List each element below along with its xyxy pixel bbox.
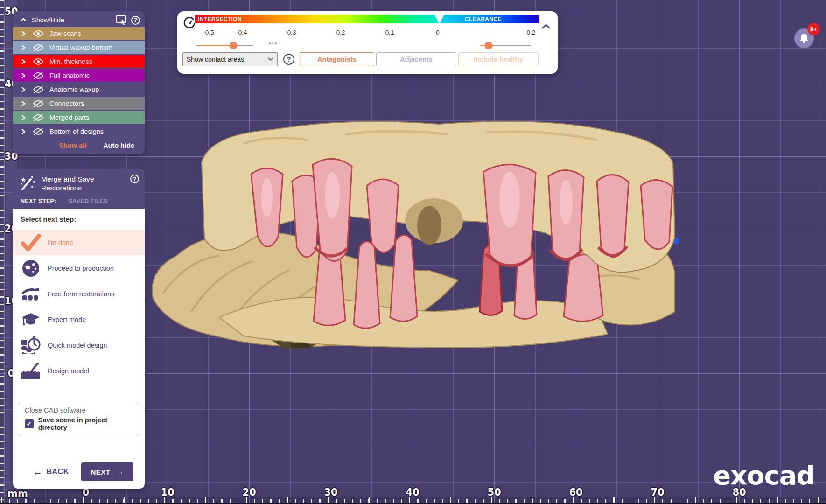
dental-model-3d-view[interactable] xyxy=(149,116,681,349)
option-expert-mode[interactable]: Expert mode xyxy=(21,307,137,332)
expand-chevron-icon[interactable] xyxy=(21,100,26,107)
expand-chevron-icon[interactable] xyxy=(21,30,26,37)
expand-chevron-icon[interactable] xyxy=(21,114,26,121)
collapse-panel-chevron-up-icon[interactable] xyxy=(21,17,26,23)
layer-row-anatomic-waxup[interactable]: Anatomic waxup xyxy=(13,83,145,96)
layer-label: Min. thickness xyxy=(49,58,92,65)
layer-label: Anatomic waxup xyxy=(49,86,99,93)
visibility-eye-icon[interactable] xyxy=(33,58,44,65)
expand-chevron-icon[interactable] xyxy=(21,58,26,65)
left-ruler-ticks xyxy=(0,0,4,504)
ruler-label: 40 xyxy=(406,487,419,498)
save-scene-label: Save scene in project directory xyxy=(38,416,132,431)
arrow-right-icon: → xyxy=(115,467,125,477)
layer-label: Jaw scans xyxy=(49,30,81,37)
wizard-help-icon[interactable]: ? xyxy=(130,175,139,183)
layer-row-min-thickness[interactable]: Min. thickness xyxy=(13,55,145,68)
option-im-done[interactable]: I'm done xyxy=(13,230,145,255)
gradient-tick: -0.3 xyxy=(285,29,296,36)
ruler-unit-label: mm xyxy=(7,488,28,499)
layer-row-connectors[interactable]: Connectors xyxy=(13,97,145,110)
ruler-label: 50 xyxy=(487,487,501,498)
free-form-tool-icon xyxy=(21,284,41,304)
show-all-button[interactable]: Show all xyxy=(59,142,86,149)
intersection-range-slider[interactable] xyxy=(196,42,253,49)
visibility-eye-icon[interactable] xyxy=(33,30,44,37)
include-healthy-button[interactable]: Include healthy xyxy=(458,52,539,66)
upper-tooth xyxy=(641,180,672,249)
layer-row-merged-parts[interactable]: Merged parts xyxy=(13,111,145,124)
production-icon xyxy=(21,258,41,279)
visibility-eye-off-icon[interactable] xyxy=(33,86,44,93)
close-cad-software-box: Close CAD software ✓ Save scene in proje… xyxy=(18,402,139,436)
show-hide-title: Show/Hide xyxy=(32,16,115,24)
option-quick-model-design[interactable]: Quick model design xyxy=(21,332,137,358)
option-free-form-restorations[interactable]: Free-form restorations xyxy=(21,281,137,307)
upper-tooth xyxy=(367,179,399,252)
dropdown-value: Show contact areas xyxy=(187,56,268,63)
clearance-range-slider[interactable] xyxy=(480,42,531,49)
tab-saved-files[interactable]: SAVED FILES xyxy=(69,198,108,204)
ruler-label: 70 xyxy=(651,487,664,498)
auto-hide-button[interactable]: Auto hide xyxy=(103,142,134,149)
ruler-label: 30 xyxy=(324,487,337,498)
viewport-grid-background: 50 40 30 20 10 0 0 10 20 30 40 50 60 70 … xyxy=(0,0,826,504)
touch-display-icon[interactable] xyxy=(115,15,127,25)
show-hide-panel: Show/Hide ? Jaw scans Virtual waxup bott… xyxy=(13,11,145,154)
layer-row-virtual-waxup-bottom[interactable]: Virtual waxup bottom xyxy=(13,41,145,54)
expand-chevron-icon[interactable] xyxy=(21,128,26,135)
contact-areas-dropdown[interactable]: Show contact areas xyxy=(182,52,278,66)
merge-save-wizard-panel: Merge and Save Restorations ? NEXT STEP:… xyxy=(13,169,145,489)
contact-help-icon[interactable]: ? xyxy=(283,54,294,65)
option-design-model[interactable]: Design model xyxy=(21,358,137,384)
next-button[interactable]: NEXT → xyxy=(81,462,133,481)
gradient-tick: 0.2 xyxy=(527,29,536,36)
visibility-eye-off-icon[interactable] xyxy=(33,72,44,79)
layer-label: Bottom of designs xyxy=(49,128,104,135)
notification-count-badge: 9+ xyxy=(807,23,820,35)
design-model-icon xyxy=(21,361,41,381)
ruler-label: 20 xyxy=(242,487,256,498)
visibility-eye-off-icon[interactable] xyxy=(33,114,44,121)
ruler-label: 10 xyxy=(161,487,174,498)
wizard-title: Merge and Save Restorations xyxy=(41,175,130,192)
expand-chevron-icon[interactable] xyxy=(21,44,26,51)
layer-row-full-anatomic[interactable]: Full anatomic xyxy=(13,69,145,82)
visibility-eye-off-icon[interactable] xyxy=(33,44,44,51)
layer-label: Full anatomic xyxy=(49,72,90,79)
gradient-tick: -0.4 xyxy=(236,29,247,36)
checkmark-icon xyxy=(21,232,41,253)
chevron-down-icon xyxy=(268,57,273,61)
ruler-label: 60 xyxy=(569,487,582,498)
show-hide-help-icon[interactable]: ? xyxy=(131,16,140,25)
gradient-tick: -0.1 xyxy=(383,29,394,36)
magic-wand-icon xyxy=(20,175,35,192)
notifications-button[interactable]: 9+ xyxy=(794,28,814,48)
gradient-tick: 0 xyxy=(436,29,440,36)
option-proceed-to-production[interactable]: Proceed to production xyxy=(21,255,137,281)
tab-next-step[interactable]: NEXT STEP: xyxy=(21,198,56,204)
intersection-label: INTERSECTION xyxy=(198,16,242,22)
upper-tooth xyxy=(597,175,629,257)
layer-row-bottom-of-designs[interactable]: Bottom of designs xyxy=(13,125,145,138)
save-scene-checkbox-row[interactable]: ✓ Save scene in project directory xyxy=(25,416,132,431)
antagonists-button[interactable]: Antagonists xyxy=(300,52,374,66)
select-next-step-prompt: Select next step: xyxy=(21,215,137,223)
lower-tooth xyxy=(354,241,380,328)
checkbox-checked-icon[interactable]: ✓ xyxy=(25,419,34,428)
expand-chevron-icon[interactable] xyxy=(21,86,26,93)
stopwatch-model-icon xyxy=(21,335,41,356)
layer-label: Virtual waxup bottom xyxy=(49,44,112,51)
more-options-ellipsis[interactable]: ... xyxy=(269,37,278,46)
layer-row-jaw-scans[interactable]: Jaw scans xyxy=(13,27,145,40)
visibility-eye-off-icon[interactable] xyxy=(33,100,44,107)
bell-icon xyxy=(799,33,809,43)
adjacents-button[interactable]: Adjacents xyxy=(376,52,456,66)
gauge-icon[interactable] xyxy=(183,16,196,29)
visibility-eye-off-icon[interactable] xyxy=(33,128,44,135)
exocad-logo: exocad xyxy=(713,460,815,490)
back-button[interactable]: ← BACK xyxy=(33,466,69,477)
toolbar-collapse-chevron-icon[interactable] xyxy=(541,23,551,30)
expand-chevron-icon[interactable] xyxy=(21,72,26,79)
contact-analysis-toolbar: INTERSECTION CLEARANCE -0.5 -0.4 -0.3 -0… xyxy=(177,11,558,74)
